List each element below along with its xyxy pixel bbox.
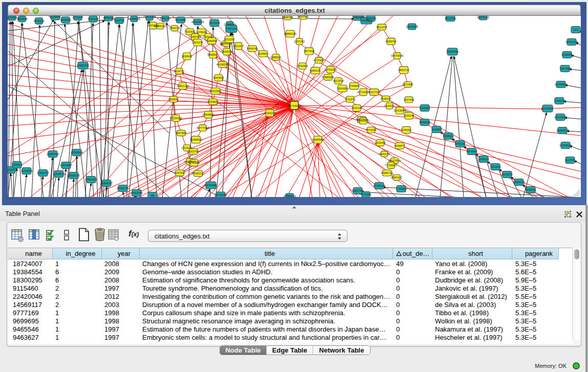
svg-text:19384554: 19384554 [312, 138, 324, 141]
svg-text:1834738: 1834738 [169, 27, 180, 30]
svg-text:9570154: 9570154 [209, 21, 220, 25]
svg-text:53487401: 53487401 [189, 35, 201, 38]
svg-text:1838425: 1838425 [182, 55, 192, 58]
svg-text:87083172: 87083172 [192, 172, 204, 175]
svg-text:48932528: 48932528 [191, 20, 204, 24]
svg-text:1244415: 1244415 [554, 99, 565, 102]
svg-text:10958107: 10958107 [100, 182, 113, 185]
svg-text:9232260: 9232260 [224, 38, 235, 41]
svg-text:8893734: 8893734 [399, 69, 409, 72]
svg-text:12419049: 12419049 [394, 109, 406, 112]
svg-text:8727743: 8727743 [298, 16, 309, 18]
svg-text:3953767: 3953767 [114, 19, 125, 22]
svg-text:6479197: 6479197 [455, 142, 466, 145]
svg-text:116753: 116753 [565, 159, 575, 162]
svg-text:7974034: 7974034 [366, 128, 377, 132]
svg-text:8471676: 8471676 [502, 173, 513, 176]
svg-text:2102499: 2102499 [375, 141, 386, 144]
svg-text:1657262: 1657262 [294, 40, 305, 43]
svg-text:05865185: 05865185 [284, 32, 296, 35]
svg-text:97376311: 97376311 [147, 24, 159, 27]
svg-text:15692971: 15692971 [556, 129, 569, 132]
svg-text:7632621: 7632621 [490, 165, 501, 168]
svg-text:16210643: 16210643 [554, 116, 567, 119]
svg-text:74680715: 74680715 [381, 171, 393, 174]
svg-text:5646417: 5646417 [381, 97, 391, 100]
svg-text:1733426: 1733426 [396, 187, 407, 190]
svg-text:09670546: 09670546 [391, 54, 403, 57]
svg-text:71012269: 71012269 [143, 16, 156, 18]
svg-text:23975887: 23975887 [60, 164, 72, 167]
svg-text:2935114: 2935114 [478, 158, 489, 161]
svg-text:1349361: 1349361 [401, 128, 412, 132]
svg-text:4648877: 4648877 [395, 144, 405, 147]
svg-text:15300223: 15300223 [264, 112, 276, 115]
svg-text:95777387: 95777387 [197, 126, 209, 129]
svg-text:0265423: 0265423 [34, 19, 45, 23]
svg-text:2087682: 2087682 [366, 17, 377, 20]
svg-text:9699695: 9699695 [420, 121, 430, 124]
svg-text:49027874: 49027874 [388, 159, 401, 162]
svg-text:1241182: 1241182 [203, 35, 214, 38]
svg-text:1588520: 1588520 [271, 56, 281, 59]
svg-text:36763201: 36763201 [188, 161, 200, 164]
svg-text:144095: 144095 [432, 128, 441, 131]
svg-text:12093822: 12093822 [555, 83, 567, 86]
svg-text:6272980: 6272980 [403, 83, 413, 86]
svg-text:5053315: 5053315 [221, 42, 232, 45]
svg-text:18724007: 18724007 [288, 104, 301, 107]
svg-text:20053346: 20053346 [77, 64, 89, 67]
svg-text:5341928: 5341928 [88, 17, 99, 20]
svg-text:3524082: 3524082 [337, 87, 348, 90]
svg-text:10654122: 10654122 [513, 181, 525, 184]
svg-text:4771093: 4771093 [361, 193, 372, 196]
svg-text:8895798: 8895798 [282, 16, 293, 19]
svg-text:6658760: 6658760 [386, 40, 397, 43]
svg-text:6564823: 6564823 [208, 100, 219, 103]
svg-text:3421607: 3421607 [233, 45, 244, 48]
svg-text:14136141: 14136141 [373, 184, 385, 187]
svg-text:1112: 1112 [573, 28, 578, 31]
svg-text:3100330: 3100330 [384, 104, 395, 107]
svg-text:2735454: 2735454 [297, 64, 308, 68]
svg-text:9457791: 9457791 [353, 189, 363, 192]
svg-text:8087603: 8087603 [391, 176, 402, 179]
svg-text:7357224: 7357224 [226, 27, 237, 30]
svg-text:0524278: 0524278 [192, 41, 203, 44]
svg-text:9115460: 9115460 [420, 106, 430, 110]
svg-text:9245612: 9245612 [526, 188, 536, 191]
svg-text:39154: 39154 [8, 168, 15, 171]
svg-text:1913619: 1913619 [182, 146, 192, 149]
svg-text:3749894: 3749894 [349, 84, 360, 87]
svg-text:71756551: 71756551 [385, 164, 397, 167]
svg-text:17016504: 17016504 [559, 144, 572, 147]
svg-text:87234309: 87234309 [170, 117, 182, 120]
svg-text:6155940: 6155940 [50, 16, 61, 18]
svg-text:9877694: 9877694 [304, 50, 315, 53]
svg-text:11514519: 11514519 [53, 172, 65, 176]
svg-text:3321819: 3321819 [8, 16, 17, 19]
svg-text:17359924: 17359924 [71, 151, 83, 154]
svg-text:17957255: 17957255 [85, 178, 97, 181]
svg-text:9146821: 9146821 [258, 52, 269, 55]
svg-text:4737996: 4737996 [314, 59, 324, 62]
svg-text:6247510: 6247510 [175, 171, 185, 174]
svg-text:99: 99 [151, 194, 154, 197]
svg-text:4313518: 4313518 [333, 79, 344, 82]
svg-text:24808613: 24808613 [284, 194, 296, 197]
svg-text:15751074: 15751074 [565, 40, 578, 43]
svg-text:8480184: 8480184 [160, 17, 171, 20]
svg-text:57885685: 57885685 [322, 76, 334, 79]
svg-text:59770348: 59770348 [214, 193, 227, 196]
svg-text:11156829: 11156829 [20, 169, 32, 172]
svg-text:1335061: 1335061 [12, 163, 23, 166]
svg-text:8813054: 8813054 [445, 17, 456, 20]
svg-text:40196556: 40196556 [216, 63, 229, 66]
svg-text:7010651: 7010651 [185, 30, 195, 33]
svg-text:4278498: 4278498 [197, 31, 207, 34]
svg-text:5433036: 5433036 [222, 50, 232, 53]
svg-text:9227342: 9227342 [560, 67, 571, 70]
svg-text:9474444: 9474444 [467, 150, 477, 153]
svg-text:8215958: 8215958 [542, 107, 553, 110]
svg-text:0260647: 0260647 [168, 98, 179, 101]
